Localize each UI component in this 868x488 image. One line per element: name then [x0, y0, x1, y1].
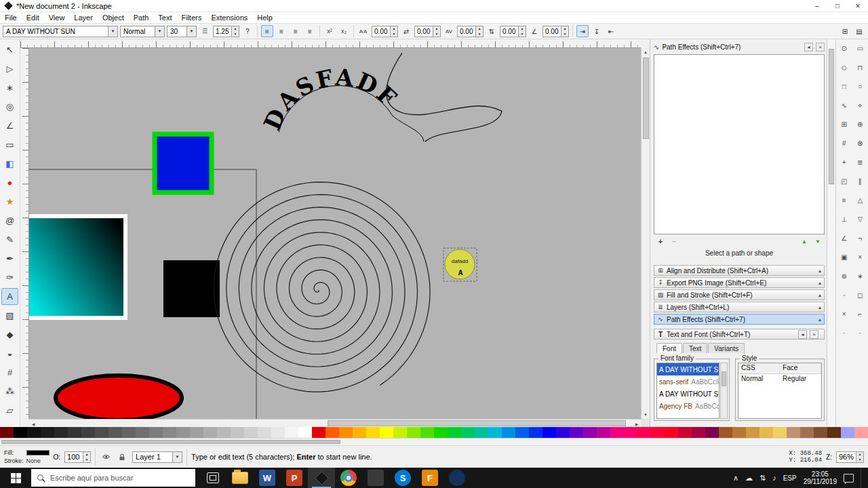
blue-square[interactable]	[155, 134, 212, 192]
palette-color-55[interactable]	[732, 427, 746, 438]
snap-button-1-7[interactable]: +	[838, 156, 850, 168]
action-center-icon[interactable]	[844, 474, 854, 483]
letter-spacing-spinner[interactable]: 0.00	[372, 26, 398, 37]
palette-color-8[interactable]	[95, 427, 108, 438]
pen-tool[interactable]: ✒	[1, 250, 18, 267]
palette-color-11[interactable]	[136, 427, 149, 438]
dropper-tool[interactable]: ◆	[1, 326, 18, 343]
palette-color-56[interactable]	[746, 427, 760, 438]
fill-stroke-indicator[interactable]: Fill: Stroke: None	[4, 449, 50, 464]
palette-color-40[interactable]	[529, 427, 542, 438]
ellipse-tool[interactable]: ●	[1, 174, 18, 191]
move-up-button[interactable]	[799, 237, 810, 247]
palette-color-7[interactable]	[81, 427, 95, 438]
menu-item-path[interactable]: Path	[129, 13, 154, 22]
move-down-button[interactable]	[812, 237, 823, 247]
palette-color-4[interactable]	[41, 427, 54, 438]
palette-color-19[interactable]	[244, 427, 258, 438]
palette-color-52[interactable]	[692, 427, 705, 438]
spinner-arrows[interactable]	[83, 452, 90, 462]
font-family-combo[interactable]: A DAY WITHOUT SUN	[3, 26, 118, 37]
vertical-shift-spinner[interactable]: 0.00	[500, 26, 526, 37]
spinner-arrows[interactable]	[518, 26, 526, 37]
show-desktop-button[interactable]	[861, 468, 864, 488]
menu-item-filters[interactable]: Filters	[177, 13, 207, 22]
palette-color-35[interactable]	[461, 427, 475, 438]
snap-button-1-8[interactable]: ◰	[838, 175, 850, 187]
palette-color-28[interactable]	[366, 427, 380, 438]
commands-bar-icon-2[interactable]	[853, 25, 865, 37]
chevron-down-icon[interactable]	[155, 26, 164, 37]
start-button[interactable]	[0, 468, 31, 488]
squiggle-path[interactable]	[387, 53, 502, 142]
panel-collapse-button[interactable]	[798, 330, 807, 339]
taskbar-inkscape[interactable]	[308, 468, 335, 488]
taskbar-chrome[interactable]	[335, 468, 362, 488]
palette-color-44[interactable]	[583, 427, 597, 438]
font-family-list[interactable]: A DAY WITHOUT SUsans-serifAaBbCcIiPA DAY…	[656, 363, 719, 419]
star-tool[interactable]: ★	[1, 193, 18, 210]
palette-color-3[interactable]	[27, 427, 41, 438]
palette-color-16[interactable]	[203, 427, 217, 438]
palette-color-42[interactable]	[556, 427, 570, 438]
palette-color-15[interactable]	[190, 427, 203, 438]
palette-color-53[interactable]	[705, 427, 719, 438]
spinner-arrows[interactable]	[856, 452, 863, 462]
snap-button-2-2[interactable]: ⊓	[854, 61, 866, 73]
palette-color-5[interactable]	[54, 427, 68, 438]
layer-lock-toggle[interactable]	[116, 451, 128, 463]
palette-color-37[interactable]	[488, 427, 502, 438]
commands-bar-icon[interactable]	[839, 25, 851, 37]
palette-color-45[interactable]	[597, 427, 610, 438]
snap-button-1-13[interactable]: ⊚	[838, 270, 850, 282]
snap-button-2-15[interactable]: ⌐	[854, 308, 866, 320]
font-list-scrollbar[interactable]	[720, 363, 728, 419]
palette-color-50[interactable]	[665, 427, 678, 438]
panel-close-button[interactable]	[810, 330, 818, 339]
align-right-button[interactable]	[290, 25, 302, 37]
word-spacing-spinner[interactable]: 0.00	[414, 26, 441, 37]
onedrive-icon[interactable]	[745, 474, 753, 483]
snap-button-1-9[interactable]: ≡	[838, 194, 850, 206]
black-square[interactable]	[163, 260, 220, 317]
palette-color-18[interactable]	[231, 427, 244, 438]
snap-button-2-3[interactable]: ○	[854, 80, 866, 92]
snap-button-1-1[interactable]: ⊙	[838, 42, 850, 54]
tab-variants[interactable]: Variants	[708, 343, 745, 353]
palette-color-60[interactable]	[800, 427, 814, 438]
snap-button-1-14[interactable]: ◦	[838, 289, 850, 301]
palette-color-32[interactable]	[420, 427, 434, 438]
add-effect-button[interactable]	[655, 237, 666, 247]
canvas-horizontal-scrollbar[interactable]: ◀ ▶	[29, 419, 641, 427]
align-center-button[interactable]	[275, 25, 288, 37]
palette-color-41[interactable]	[542, 427, 556, 438]
palette-color-23[interactable]	[298, 427, 312, 438]
scrollbar-handle[interactable]	[643, 58, 649, 139]
scrollbar-handle[interactable]	[328, 420, 626, 426]
bubble-text[interactable]: dafadd	[452, 258, 468, 264]
snap-button-2-16[interactable]: ·	[854, 327, 866, 339]
snap-button-1-3[interactable]: □	[838, 80, 850, 92]
scrollbar-handle[interactable]	[1, 440, 340, 444]
palette-color-2[interactable]	[14, 427, 27, 438]
zoom-spinner[interactable]: 96%	[836, 451, 864, 463]
font-list-item[interactable]: Agency FBAaBbCcIiPp	[657, 400, 719, 412]
bucket-tool[interactable]: ◒	[1, 345, 18, 362]
snap-button-1-15[interactable]: ×	[838, 308, 850, 320]
palette-color-13[interactable]	[163, 427, 176, 438]
text-tool[interactable]: A	[1, 288, 18, 305]
font-list-item[interactable]: A DAY WITHOUT SU	[657, 388, 719, 400]
line-spacing-spinner[interactable]: 1.25	[213, 26, 239, 37]
taskbar-app-f[interactable]: F	[416, 468, 443, 488]
connector-tool[interactable]: #	[1, 364, 18, 381]
palette-color-61[interactable]	[814, 427, 827, 438]
layer-visibility-toggle[interactable]	[100, 451, 112, 463]
path-effects-list[interactable]	[654, 54, 825, 235]
text-direction-button[interactable]	[605, 25, 617, 37]
scrollbar-handle[interactable]	[722, 371, 726, 386]
palette-color-57[interactable]	[760, 427, 773, 438]
spinner-arrows[interactable]	[390, 26, 397, 37]
pencil-tool[interactable]: ✎	[1, 231, 18, 248]
zoom-tool[interactable]: ◎	[1, 98, 18, 115]
palette-color-38[interactable]	[502, 427, 515, 438]
